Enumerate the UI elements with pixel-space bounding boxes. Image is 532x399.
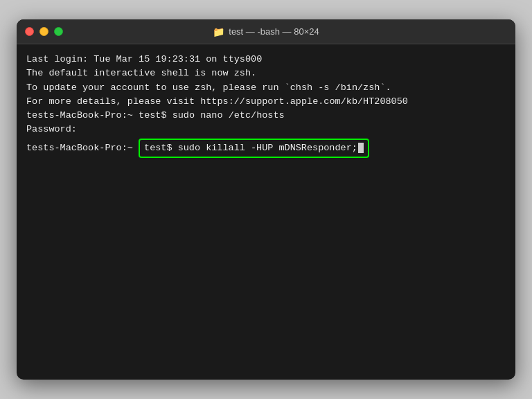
title-icon: 📁 (213, 26, 224, 37)
minimize-button[interactable] (39, 27, 48, 36)
terminal-line-6: tests-MacBook-Pro:~ test$ sudo nano /etc… (26, 109, 506, 123)
terminal-body[interactable]: Last login: Tue Mar 15 19:23:31 on ttys0… (17, 44, 515, 380)
terminal-line-3: The default interactive shell is now zsh… (26, 66, 506, 80)
prompt-prefix: tests-MacBook-Pro:~ (26, 141, 139, 155)
terminal-cursor (358, 143, 364, 153)
highlighted-command-row: tests-MacBook-Pro:~ test$ sudo killall -… (26, 139, 506, 158)
window-title: 📁 test — -bash — 80×24 (213, 26, 319, 37)
highlight-box: test$ sudo killall -HUP mDNSResponder; (139, 139, 369, 158)
highlighted-command-text: test$ sudo killall -HUP mDNSResponder; (144, 141, 357, 155)
titlebar: 📁 test — -bash — 80×24 (17, 19, 515, 44)
traffic-lights (25, 27, 63, 36)
terminal-line-7: Password: (26, 123, 506, 136)
terminal-window: 📁 test — -bash — 80×24 Last login: Tue M… (17, 19, 515, 380)
maximize-button[interactable] (54, 27, 63, 36)
terminal-line-1: Last login: Tue Mar 15 19:23:31 on ttys0… (26, 53, 506, 66)
terminal-line-4: To update your account to use zsh, pleas… (26, 81, 506, 95)
terminal-line-5: For more details, please visit https://s… (26, 95, 506, 109)
title-label: test — -bash — 80×24 (229, 26, 319, 37)
close-button[interactable] (25, 27, 34, 36)
